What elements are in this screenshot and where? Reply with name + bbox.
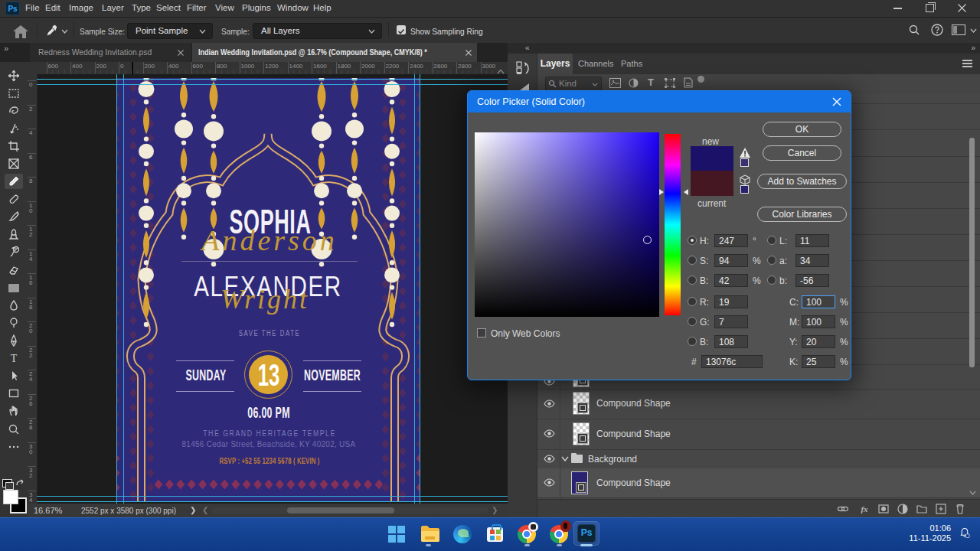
svg-text:T: T bbox=[11, 353, 18, 364]
svg-text:fx: fx bbox=[861, 504, 868, 514]
